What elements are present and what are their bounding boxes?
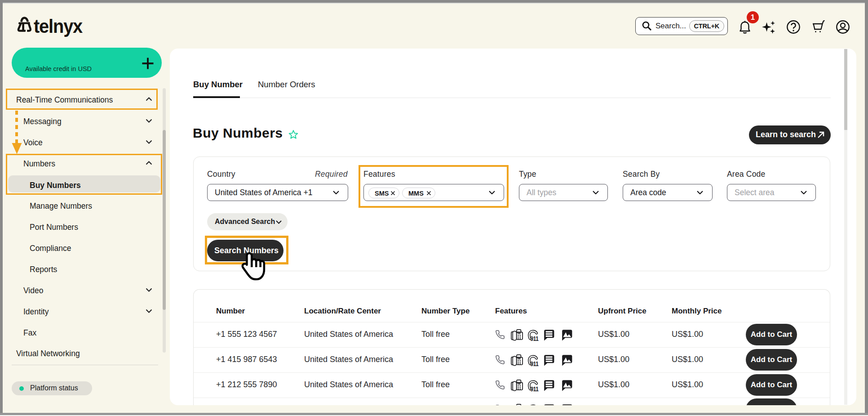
svg-text:telnyx: telnyx [34,16,83,37]
svg-text:911: 911 [530,360,539,368]
svg-text:911: 911 [530,335,539,343]
svg-text:911: 911 [530,385,539,393]
